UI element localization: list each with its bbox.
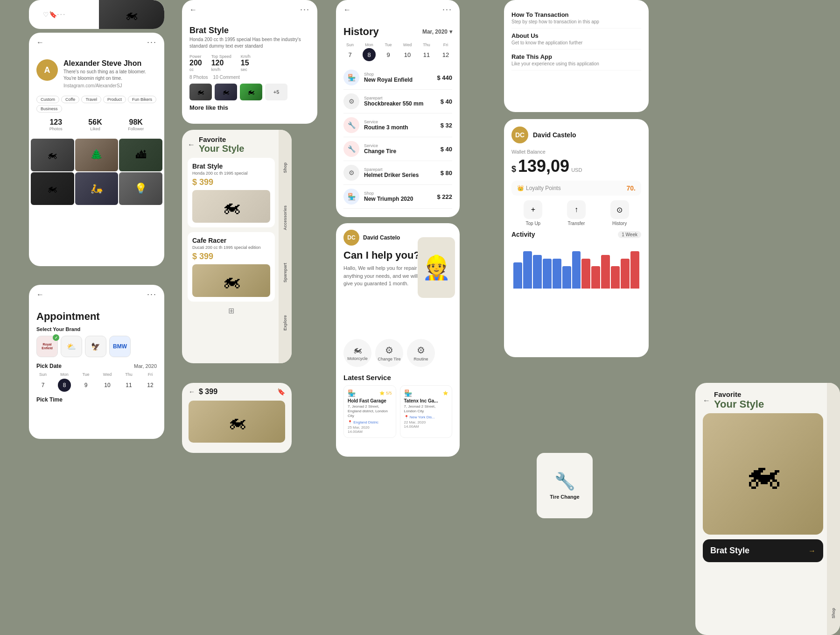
- tag-custom[interactable]: Custom: [36, 96, 59, 103]
- garage-name-1: Hold Fast Garage: [348, 398, 392, 403]
- back-arrow[interactable]: ←: [188, 141, 195, 149]
- bike-card-caferacer[interactable]: Cafe Racer Ducati 200 cc th 1995 special…: [188, 232, 275, 302]
- bookmark-icon[interactable]: 🔖: [277, 388, 285, 395]
- more-options[interactable]: ···: [442, 5, 452, 14]
- help-buttons: 🏍 Motorcycle ⚙ Change Tire ⚙ Routine: [343, 339, 452, 367]
- photo-3[interactable]: 🏍: [240, 84, 262, 100]
- history-month[interactable]: Mar, 2020 ▾: [422, 28, 452, 35]
- grid-photo-2: 🌲: [75, 139, 119, 171]
- service-card-1[interactable]: 🏪 ⭐ 5/5 Hold Fast Garage 7, Jeonad 2 Str…: [343, 385, 396, 438]
- back-arrow[interactable]: ←: [189, 388, 195, 395]
- brand-triumph[interactable]: ⛅: [61, 336, 82, 357]
- history-calendar: Sun 7 Mon 8 Tue 9 Wed 10 Thu 11 Fri 12: [343, 42, 452, 61]
- back-arrow[interactable]: ←: [36, 290, 44, 299]
- garage-time-2: 14.00AM: [404, 424, 448, 429]
- bike-card-brat[interactable]: Brat Style Honda 200 cc th 1995 special …: [188, 158, 275, 227]
- loyalty-label: 👑 Loyalty Points: [517, 185, 561, 191]
- brat-title: Brat Style: [189, 26, 310, 35]
- hist-icon-sparepart2: ⚙: [343, 165, 359, 181]
- hist-day-wed: Wed 10: [401, 42, 414, 61]
- settings-item-rate[interactable]: Rate This App Like your experience using…: [511, 49, 641, 71]
- sidebar-accessories[interactable]: Accessories: [283, 205, 287, 230]
- action-history[interactable]: ⊙ History: [610, 200, 629, 226]
- bookmark-icon[interactable]: 🔖: [49, 11, 57, 18]
- brand-bmw[interactable]: BMW: [109, 336, 131, 357]
- tag-coffe[interactable]: Coffe: [61, 96, 79, 103]
- motorcycle-icon: 🏍: [353, 345, 362, 355]
- bar-3: [543, 259, 552, 289]
- tag-funbikers[interactable]: Fun Bikers: [128, 96, 156, 103]
- day-tue: Tue: [79, 372, 92, 377]
- action-transfer[interactable]: ↑ Transfer: [567, 200, 586, 226]
- sidebar-sparepart[interactable]: Sparepart: [283, 263, 287, 282]
- tire-change-label: Tire Change: [550, 494, 579, 500]
- help-avatar: DC: [343, 230, 359, 246]
- date-9[interactable]: 9: [79, 379, 92, 392]
- tire-icon: ⚙: [385, 345, 393, 356]
- btn-change-tire[interactable]: ⚙ Change Tire: [375, 339, 403, 367]
- brand-harley[interactable]: 🦅: [85, 336, 106, 357]
- stat-follower: 98K Follower: [128, 118, 144, 131]
- profile-instagram[interactable]: Instagram.com/AlexanderSJ: [63, 83, 157, 88]
- loyalty-value: 70.: [627, 184, 636, 192]
- back-arrow[interactable]: ←: [36, 38, 44, 47]
- pick-date-label: Pick Date: [36, 363, 62, 369]
- tag-product[interactable]: Product: [103, 96, 126, 103]
- more-options[interactable]: ···: [147, 37, 157, 47]
- hist-label-triumph: Shop New Triumph 2020: [364, 191, 437, 202]
- more-dots[interactable]: ···: [57, 10, 66, 19]
- rfav-arrow-icon[interactable]: →: [808, 547, 816, 555]
- back-arrow[interactable]: ←: [189, 6, 197, 14]
- crown-icon: 👑: [517, 185, 524, 191]
- btn-motorcycle[interactable]: 🏍 Motorcycle: [343, 339, 371, 367]
- bar-9: [601, 255, 610, 289]
- hist-item-shop-royal: 🏪 Shop New Royal Enfield $ 440: [343, 66, 452, 90]
- tag-business[interactable]: Business: [36, 105, 62, 113]
- date-7[interactable]: 7: [36, 379, 49, 392]
- sidebar-nav: Shop Accessories Sparepart Explore: [279, 130, 292, 363]
- garage-date-2: 22 Mar, 2020: [404, 420, 448, 424]
- hist-label-royal: Shop New Royal Enfield: [364, 72, 437, 83]
- photo-1[interactable]: 🏍: [189, 84, 212, 100]
- right-fav-content: ← Favorite Your Style 🏍 Brat Style →: [695, 383, 840, 570]
- spec-kmh: Km/h 15 sec: [241, 54, 251, 72]
- bar-10: [611, 266, 620, 289]
- calendar-month[interactable]: Mar, 2020: [134, 363, 157, 369]
- activity-title: Activity: [511, 231, 535, 238]
- more-options[interactable]: ···: [300, 5, 310, 14]
- settings-item-about[interactable]: About Us Get to know the application fur…: [511, 28, 641, 49]
- sidebar-explore[interactable]: Explore: [283, 315, 287, 331]
- date-11[interactable]: 11: [122, 379, 135, 392]
- more-like-label[interactable]: More like this: [189, 104, 310, 111]
- date-8[interactable]: 8: [58, 379, 71, 392]
- photo-2[interactable]: 🏍: [215, 84, 237, 100]
- photo-more[interactable]: +5: [265, 84, 287, 100]
- tag-travel[interactable]: Travel: [81, 96, 101, 103]
- stat-photos: 123 Photos: [49, 118, 63, 131]
- bar-0: [513, 262, 522, 289]
- more-options[interactable]: ···: [147, 289, 157, 299]
- rfav-back-arrow[interactable]: ←: [703, 396, 710, 405]
- date-12[interactable]: 12: [144, 379, 157, 392]
- settings-item-how-to[interactable]: How To Transaction Step by step how to t…: [511, 7, 641, 28]
- back-arrow[interactable]: ←: [343, 6, 351, 14]
- fav-header: ← Favorite Your Style: [188, 135, 275, 154]
- day-wed: Wed: [101, 372, 114, 377]
- settings-title-about: About Us: [511, 32, 641, 39]
- brand-royal-enfield[interactable]: ✓ RoyalEnfield: [36, 336, 58, 357]
- spec-power: Power 200 cc: [189, 54, 202, 72]
- tire-change-card[interactable]: 🔧 Tire Change: [537, 453, 593, 518]
- hist-amount-shock: $ 40: [441, 98, 452, 105]
- sidebar-shop[interactable]: Shop: [283, 162, 287, 173]
- service-card-2[interactable]: 🏪 ⭐ Tatenx Inc Ga... 7, Jeonad 2 Street,…: [400, 385, 453, 438]
- action-topup[interactable]: + Top Up: [524, 200, 542, 226]
- bike-desc-2: Ducati 200 cc th 1995 special edition: [192, 245, 270, 250]
- garage-date-1: 25 Mar, 2020: [348, 425, 392, 430]
- btn-routine[interactable]: ⚙ Routine: [407, 339, 435, 367]
- heart-icon[interactable]: ♡: [43, 11, 49, 18]
- fav-right-card: Shop ← Favorite Your Style 🏍 Brat Style …: [695, 383, 840, 635]
- latest-service-section: Latest Service 🏪 ⭐ 5/5 Hold Fast Garage …: [343, 374, 452, 438]
- rfav-title-green: Your Style: [714, 398, 764, 410]
- sidebar-tab-shop[interactable]: Shop: [831, 608, 836, 619]
- date-10[interactable]: 10: [101, 379, 114, 392]
